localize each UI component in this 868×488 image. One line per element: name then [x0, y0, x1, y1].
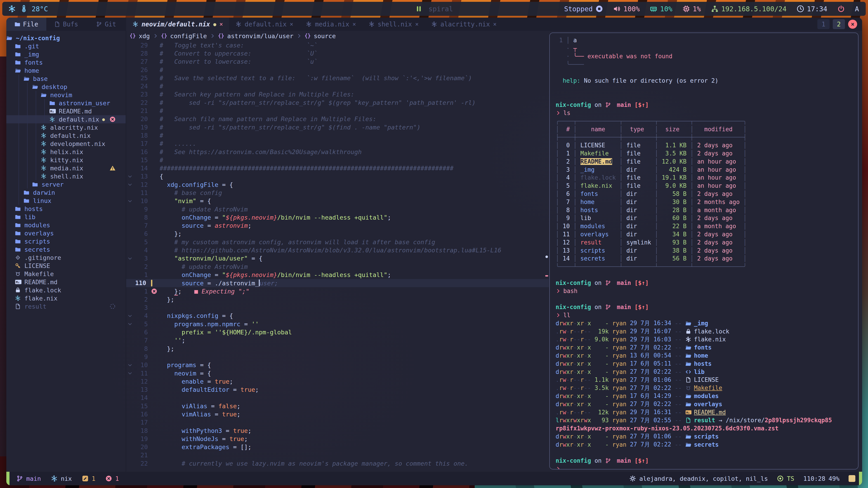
topbar-module-media-status[interactable]: Stopped [564, 5, 603, 13]
sidebar-tab-git[interactable]: Git [86, 18, 126, 31]
code-line[interactable]: 22 # currently we use lazy.nvim as neovi… [126, 459, 549, 467]
chevron-down-icon[interactable] [127, 371, 132, 376]
tree-item[interactable]: .git [6, 42, 126, 50]
topbar-module-network[interactable]: 192.168.5.100/24 [711, 5, 786, 13]
tree-item[interactable]: modules [6, 221, 126, 229]
terminal[interactable]: 1 │ a · ┬ · ╰── executable was not found… [549, 33, 859, 469]
tree-item[interactable]: default.nix● [6, 115, 126, 123]
tree-item[interactable]: media.nix [6, 164, 126, 172]
git-changes-module[interactable]: 1 [82, 475, 95, 482]
code-line[interactable]: 5 programs.npm.npmrc = '' [126, 320, 549, 328]
fold-column[interactable] [126, 174, 134, 179]
close-buffer-icon[interactable]: × [290, 21, 293, 28]
editor[interactable]: xdgconfigFileastronvim/lua/usersource 29… [126, 31, 549, 472]
git-branch-module[interactable]: main [16, 475, 41, 482]
tree-item[interactable]: Makefile [6, 270, 126, 278]
code-line[interactable]: 10 "nvim" = { [126, 197, 549, 205]
media-player-module[interactable]: spiral [415, 5, 453, 13]
tree-item[interactable]: kitty.nix [6, 156, 126, 164]
code-line[interactable]: 18 withPython3 = true; [126, 427, 549, 435]
tree-item[interactable]: default.nix [6, 131, 126, 140]
code-line[interactable]: 7 ''; [126, 336, 549, 345]
tabpage-2[interactable]: 2 [833, 19, 845, 29]
tabpage-1[interactable]: 1 [817, 19, 830, 29]
breadcrumb-item[interactable]: xdg [139, 33, 150, 39]
close-buffer-icon[interactable]: × [415, 21, 419, 28]
nixos-logo-icon[interactable] [8, 5, 16, 13]
code-line[interactable]: 13{ [126, 172, 549, 181]
filetype-module[interactable]: nix [51, 475, 72, 482]
buffer-tab[interactable]: neovim/default.nix●× [126, 18, 229, 31]
tree-item[interactable]: flake.nix [6, 294, 126, 302]
chevron-down-icon[interactable] [127, 182, 132, 187]
code-line[interactable]: 12 xdg.configFile = { [126, 181, 549, 189]
scrollbar-marks[interactable] [545, 31, 548, 472]
code-line[interactable]: 19 withNodeJs = true; [126, 435, 549, 443]
code-line[interactable]: 19# sed -ri "s/pattern_str/replace_str/g… [126, 123, 549, 131]
code-line[interactable]: 6 }; [126, 230, 549, 238]
code-line[interactable]: 14 [126, 394, 549, 402]
topbar-module-volume[interactable]: 100% [613, 5, 640, 13]
tree-item[interactable]: LICENSE [6, 262, 126, 270]
breadcrumb-item[interactable]: configFile [170, 33, 207, 39]
topbar-module-clock[interactable]: 17:34 [797, 5, 827, 13]
code-line[interactable]: 4 nixpkgs.config = { [126, 312, 549, 320]
temperature[interactable]: 28°C [32, 5, 48, 13]
buffer-tab[interactable]: media.nix× [300, 18, 362, 31]
topbar-module-memory[interactable]: 10% [650, 5, 672, 13]
tree-item[interactable]: overlays [6, 229, 126, 237]
tree-item[interactable]: M↓README.md [6, 278, 126, 286]
tree-item[interactable]: neovim [6, 91, 126, 99]
code-line[interactable]: 17 [126, 418, 549, 427]
code-line[interactable]: 3 [126, 304, 549, 312]
topbar-module-power[interactable] [837, 5, 845, 13]
code-line[interactable]: 22# sed -ri "s/pattern_str/replace_str/g… [126, 98, 549, 107]
buffer-tab[interactable]: default.nix× [229, 18, 300, 31]
code-line[interactable]: 24# [126, 82, 549, 90]
code-line[interactable]: 15 viAlias = false; [126, 402, 549, 410]
tree-item[interactable]: flake.lock [6, 286, 126, 294]
tree-item[interactable]: astronvim_user [6, 99, 126, 107]
code-line[interactable]: 23# Search key pattern and Replace in Mu… [126, 90, 549, 98]
tree-item[interactable]: alacritty.nix [6, 123, 126, 131]
tree-item[interactable]: darwin [6, 188, 126, 197]
tree-item[interactable]: home [6, 66, 126, 74]
tree-item[interactable]: .gitignore [6, 254, 126, 262]
code-line[interactable]: 7 source = astronvim; [126, 222, 549, 230]
tree-item[interactable]: helix.nix [6, 148, 126, 156]
close-buffer-icon[interactable]: × [352, 21, 356, 28]
sidebar-tab-file[interactable]: File [6, 18, 46, 31]
code-line[interactable]: 18# [126, 131, 549, 139]
code-line[interactable]: 16 vimAlias = true; [126, 410, 549, 418]
lsp-module[interactable]: alejandra, deadnix, copilot, nil_ls [629, 475, 768, 482]
code-line[interactable]: 29# Toggle text's case: `~` [126, 41, 549, 49]
code-line[interactable]: 3 "astronvim/lua/user" = { [126, 254, 549, 263]
code-line[interactable]: 20 extraPackages = []; [126, 443, 549, 451]
code-area[interactable]: 29# Toggle text's case: `~`28# Convert t… [126, 41, 549, 472]
tree-item[interactable]: base [6, 74, 126, 83]
code-line[interactable]: 9 # update AstroNvim [126, 205, 549, 213]
code-line[interactable]: 15# [126, 156, 549, 164]
tree-item[interactable]: fonts [6, 58, 126, 66]
code-line[interactable]: 4 # https://github.com/AstroNvim/AstroNv… [126, 246, 549, 254]
code-line[interactable]: 5 # my cusotom astronvim config, astronv… [126, 238, 549, 246]
chevron-down-icon[interactable] [127, 256, 132, 261]
tree-item[interactable]: desktop [6, 83, 126, 91]
fold-column[interactable] [126, 322, 134, 326]
fold-column[interactable] [126, 256, 134, 261]
tree-item[interactable]: M↓README.md [6, 107, 126, 115]
breadcrumb-item[interactable]: source [314, 33, 336, 39]
chevron-down-icon[interactable] [127, 322, 132, 326]
code-line[interactable]: 21 [126, 451, 549, 459]
chevron-down-icon[interactable] [127, 313, 132, 318]
pause-icon[interactable] [415, 5, 423, 13]
chevron-down-icon[interactable] [127, 174, 132, 179]
tree-item[interactable]: ~/nix-config [6, 34, 126, 42]
buffer-tab[interactable]: shell.nix× [362, 18, 425, 31]
code-line[interactable]: 110 source = ./astronvim_user; [126, 279, 549, 287]
code-line[interactable]: 26# [126, 66, 549, 74]
code-line[interactable]: 27# Convert to lowercase: `u` [126, 58, 549, 66]
tree-item[interactable]: scripts [6, 237, 126, 246]
fold-column[interactable] [126, 371, 134, 376]
close-buffer-icon[interactable]: × [493, 21, 497, 28]
